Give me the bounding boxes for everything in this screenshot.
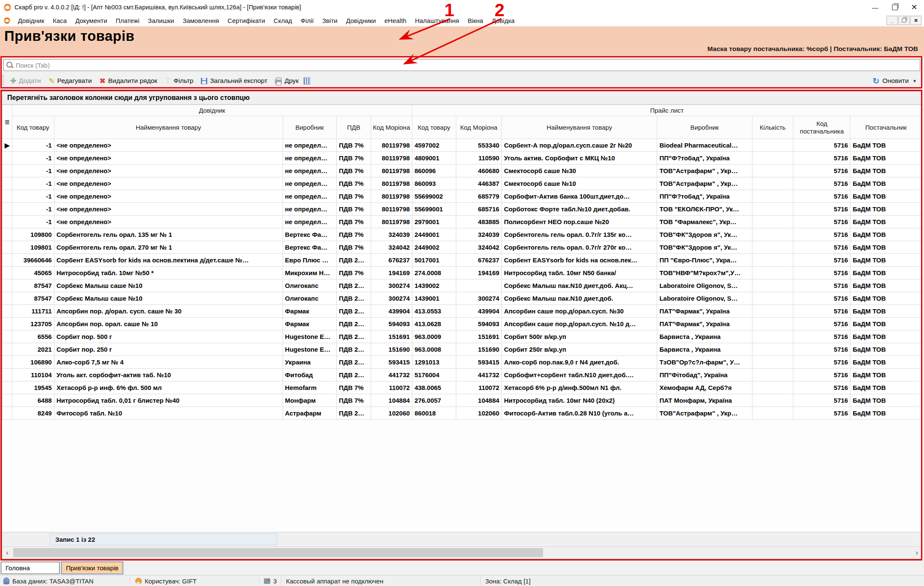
table-row[interactable]: 110104Уголь акт. сорбофит-актив таб. №10… xyxy=(3,369,922,381)
cell[interactable]: 2979001 xyxy=(412,216,456,228)
add-button[interactable]: ✚ Додати xyxy=(7,76,44,86)
table-row[interactable]: -1<не определено>не определ…ПДВ 7%801197… xyxy=(3,203,922,216)
cell[interactable]: ПДВ 2… xyxy=(337,330,371,343)
cell[interactable]: БаДМ ТОВ xyxy=(850,203,922,216)
cell[interactable]: Хетасорб р-р инф. 6% фл. 500 мл xyxy=(54,381,283,394)
column-header[interactable]: Код товару xyxy=(412,116,456,139)
cell[interactable]: 45065 xyxy=(12,267,54,279)
cell[interactable]: 860093 xyxy=(412,177,456,190)
cell[interactable]: ПДВ 7% xyxy=(337,139,371,152)
cell[interactable]: ПДВ 2… xyxy=(337,254,371,267)
cell[interactable]: 80119798 xyxy=(371,139,412,152)
cell[interactable]: 5716 xyxy=(793,330,850,343)
column-header[interactable]: Код Моріона xyxy=(371,116,412,139)
cell[interactable]: Апсорбин саше пор.д/орал.сусп. №10 д… xyxy=(502,318,657,330)
cell[interactable]: 300274 xyxy=(371,279,412,292)
menu-vikna[interactable]: Вікна xyxy=(463,17,488,24)
cell[interactable]: ПП "Євро-Плюс", Укра… xyxy=(657,254,752,267)
cell[interactable]: Барвиста , Украина xyxy=(657,343,752,356)
cell[interactable]: Сорбентогель гель орал. 0.7г/г 270г ко… xyxy=(502,241,657,254)
cell[interactable]: Laboratoire Oligonov, S… xyxy=(657,292,752,305)
cell[interactable] xyxy=(752,254,793,267)
cell[interactable]: ТОВ"ФК"Здоров я", Ук… xyxy=(657,228,752,241)
cell[interactable]: Фармак xyxy=(283,318,337,330)
cell[interactable]: Олигокапс xyxy=(283,279,337,292)
cell[interactable]: 6488 xyxy=(12,394,54,407)
cell[interactable]: ПДВ 2… xyxy=(337,407,371,420)
cell[interactable]: БаДМ ТОВ xyxy=(850,228,922,241)
cell[interactable]: Hemofarm xyxy=(283,381,337,394)
column-header[interactable]: Виробник xyxy=(657,116,752,139)
cell[interactable]: -1 xyxy=(12,216,54,228)
cell[interactable]: 194169 xyxy=(371,267,412,279)
cell[interactable]: ПДВ 2… xyxy=(337,292,371,305)
cell[interactable]: БаДМ ТОВ xyxy=(850,356,922,369)
cell[interactable]: 441732 xyxy=(456,369,501,381)
menu-ehealth[interactable]: eHealth xyxy=(380,17,411,24)
cell[interactable]: 676237 xyxy=(456,254,501,267)
cell[interactable]: 55699002 xyxy=(412,190,456,203)
cell[interactable]: 109800 xyxy=(12,228,54,241)
cell[interactable]: Сорбентогель гель орал. 270 мг № 1 xyxy=(54,241,283,254)
menu-dovidnyk[interactable]: Довідник xyxy=(14,17,49,24)
cell[interactable]: ТОВ"НВФ"М?крох?м",У… xyxy=(657,267,752,279)
cell[interactable]: ПДВ 7% xyxy=(337,152,371,165)
cell[interactable]: Алко-сорб 7,5 мг № 4 xyxy=(54,356,283,369)
cell[interactable]: Фитосорб-Актив табл.0.28 N10 (уголь а… xyxy=(502,407,657,420)
cell[interactable]: ПДВ 7% xyxy=(337,228,371,241)
menu-zalyshky[interactable]: Залишки xyxy=(144,17,179,24)
cell[interactable]: <не определено> xyxy=(54,216,283,228)
cell[interactable]: не определ… xyxy=(283,203,337,216)
cell[interactable]: не определ… xyxy=(283,177,337,190)
cell[interactable]: БаДМ ТОВ xyxy=(850,241,922,254)
scrollbar-thumb[interactable] xyxy=(13,548,543,557)
cell[interactable] xyxy=(752,267,793,279)
menu-nalashtuvannia[interactable]: Налаштування xyxy=(411,17,463,24)
cell[interactable]: ПДВ 2… xyxy=(337,356,371,369)
cell[interactable]: не определ… xyxy=(283,152,337,165)
cell[interactable]: Нитросорбид табл. 0,01 г блистер №40 xyxy=(54,394,283,407)
cell[interactable]: Сорбит 250г в/кр.уп xyxy=(502,343,657,356)
table-row[interactable]: 123705Апсорбин пор. орал. саше № 10Фарма… xyxy=(3,318,922,330)
cell[interactable]: 2021 xyxy=(12,343,54,356)
cell[interactable]: 446387 xyxy=(456,177,501,190)
cell[interactable]: 5716 xyxy=(793,152,850,165)
cell[interactable]: 685779 xyxy=(456,190,501,203)
cell[interactable]: 5716 xyxy=(793,267,850,279)
export-button[interactable]: Загальний експорт xyxy=(198,76,270,86)
cell[interactable]: 80119798 xyxy=(371,190,412,203)
menu-filii[interactable]: Філії xyxy=(296,17,318,24)
cell[interactable]: ПДВ 2… xyxy=(337,305,371,318)
column-header[interactable]: Найменування товару xyxy=(502,116,657,139)
toolbar-grip[interactable] xyxy=(2,75,4,86)
filter-button[interactable]: Фільтр xyxy=(162,76,197,86)
table-row[interactable]: ▶-1<не определено>не определ…ПДВ 7%80119… xyxy=(3,139,922,152)
cell[interactable]: -1 xyxy=(12,139,54,152)
cell[interactable]: ПДВ 7% xyxy=(337,190,371,203)
cell[interactable]: 8249 xyxy=(12,407,54,420)
cell[interactable]: 676237 xyxy=(371,254,412,267)
cell[interactable]: 102060 xyxy=(371,407,412,420)
cell[interactable]: Сорбофит-Актив банка 100шт.диет.до… xyxy=(502,190,657,203)
cell[interactable]: 5716 xyxy=(793,343,850,356)
tab-holovna[interactable]: Головна xyxy=(1,562,60,574)
cell[interactable]: ПДВ 7% xyxy=(337,241,371,254)
cell[interactable]: БаДМ ТОВ xyxy=(850,381,922,394)
cell[interactable]: 553340 xyxy=(456,139,501,152)
cell[interactable]: 324039 xyxy=(456,228,501,241)
cell[interactable]: Хемофарм АД, Серб?я xyxy=(657,381,752,394)
cell[interactable]: Нитросорбид табл. 10мг N40 (20x2) xyxy=(502,394,657,407)
cell[interactable]: Сорбент EASYsorb for kids на основ.пек… xyxy=(502,254,657,267)
cell[interactable]: ПДВ 2… xyxy=(337,318,371,330)
cell[interactable]: 102060 xyxy=(456,407,501,420)
mdi-minimize-button[interactable]: _ xyxy=(887,16,898,25)
mdi-close-button[interactable]: ✖ xyxy=(910,16,921,25)
table-row[interactable]: 39660646Сорбент EASYsorb for kids на осн… xyxy=(3,254,922,267)
delete-row-button[interactable]: ✖ Видалити рядок xyxy=(97,76,160,86)
cell[interactable]: Сорбент EASYsorb for kids на основ.пекти… xyxy=(54,254,283,267)
cell[interactable]: ПАТ"Фармак", Україна xyxy=(657,305,752,318)
column-header[interactable]: Код постачальника xyxy=(793,116,850,139)
cell[interactable]: БаДМ ТОВ xyxy=(850,165,922,177)
cell[interactable]: ПДВ 7% xyxy=(337,177,371,190)
cell[interactable]: 274.0008 xyxy=(412,267,456,279)
